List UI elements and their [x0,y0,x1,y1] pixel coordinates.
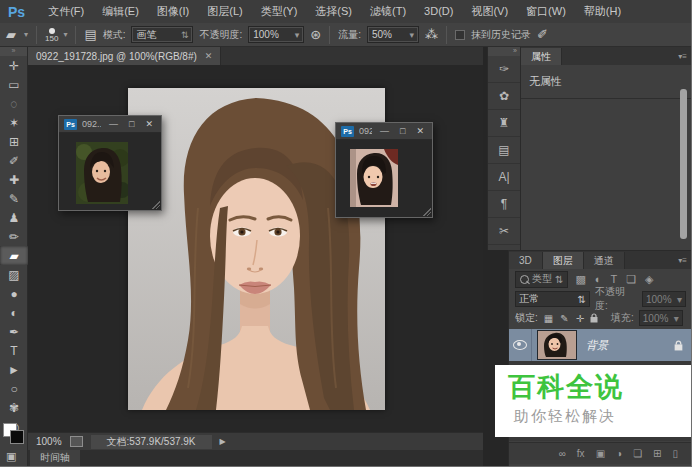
menu-edit[interactable]: 编辑(E) [93,0,148,23]
panel-menu-icon[interactable]: ▾≡ [673,52,692,61]
filter-pixel-layers-icon[interactable]: ▩ [573,273,587,286]
brush-presets-panel-button[interactable]: ✿ [488,83,520,110]
move-tool[interactable]: ✛ [0,56,28,75]
new-adjustment-layer-icon[interactable]: ◑ [616,448,622,459]
filter-type-layers-icon[interactable]: T [608,273,619,285]
blur-tool[interactable]: ● [0,284,28,303]
maximize-icon[interactable]: □ [126,120,137,129]
close-icon[interactable]: ✕ [413,127,427,136]
floating-window-2[interactable]: Ps 092_ — □ ✕ [335,122,433,218]
fill-dropdown[interactable]: 100% ▾ [639,310,683,326]
history-brush-tool[interactable]: ✏ [0,227,28,246]
layer-visibility-cell[interactable] [509,329,532,361]
layer-thumbnail[interactable] [537,330,577,360]
marquee-tool[interactable]: ▭ [0,75,28,94]
tab-3d[interactable]: 3D [509,252,543,269]
magic-wand-tool[interactable]: ✶ [0,113,28,132]
menu-filter[interactable]: 滤镜(T) [361,0,415,23]
lock-position-icon[interactable]: ✛ [575,313,585,324]
lock-pixels-icon[interactable]: ✎ [559,313,569,324]
resize-grip-icon[interactable] [152,201,160,209]
minimize-icon[interactable]: — [106,120,121,129]
eraser-tool[interactable]: ▰ [0,246,28,265]
dodge-tool[interactable]: ◐ [0,303,28,322]
tool-preset-dropdown-arrow-icon[interactable]: ▾ [24,30,28,39]
screen-mode-icon[interactable]: ▣ [6,450,16,463]
character-panel-button[interactable]: A| [488,164,520,191]
floating-window-2-titlebar[interactable]: Ps 092_ — □ ✕ [336,123,432,140]
properties-scrollbar[interactable] [680,89,687,239]
filter-smart-objects-icon[interactable]: ◈ [643,273,655,286]
close-document-icon[interactable]: ✕ [205,51,213,61]
panel-menu-icon[interactable]: ▾≡ [673,256,692,265]
mode-dropdown[interactable]: 画笔 ⇅ [131,26,193,43]
minimize-icon[interactable]: — [377,127,392,136]
tab-layers[interactable]: 图层 [543,252,584,269]
healing-brush-tool[interactable]: ✚ [0,170,28,189]
maximize-icon[interactable]: □ [397,127,408,136]
brush-settings-panel-button[interactable]: ✑ [488,56,520,83]
eyedropper-tool[interactable]: ✐ [0,151,28,170]
lock-all-icon[interactable] [590,313,598,323]
tablet-pressure-icon[interactable]: ⊛ [310,28,321,41]
zoom-level-value[interactable]: 100% [36,436,62,447]
tool-presets-panel-button[interactable]: ✂ [488,218,520,245]
floating-window-1-titlebar[interactable]: Ps 092... — □ ✕ [59,116,161,133]
layer-filter-dropdown[interactable]: 类型 ⇅ [515,271,568,288]
floating-window-2-canvas[interactable] [336,140,432,217]
paragraph-panel-button[interactable]: ¶ [488,191,520,218]
floating-window-1[interactable]: Ps 092... — □ ✕ [58,115,162,211]
flow-dropdown[interactable]: 50% ▾ [367,26,419,43]
new-group-icon[interactable]: ❏ [633,448,642,459]
menu-select[interactable]: 选择(S) [306,0,361,23]
toggle-brush-panel-icon[interactable]: ▤ [84,28,96,41]
dock-collapse-icon[interactable]: » [488,47,520,56]
lasso-tool[interactable]: ◌ [0,94,28,113]
gradient-tool[interactable]: ▨ [0,265,28,284]
link-layers-icon[interactable]: ∞ [559,448,566,459]
brush-preset-picker[interactable]: 150 ▾ [45,28,67,42]
tab-properties[interactable]: 属性 [521,48,562,65]
canvas-area[interactable]: Ps 092... — □ ✕ [28,65,483,432]
crop-tool[interactable]: ⊞ [0,132,28,151]
resize-grip-icon[interactable] [423,208,431,216]
layer-row-background[interactable]: 背景 [509,329,692,361]
brush-history-icon[interactable]: ✐ [537,28,548,41]
path-selection-tool[interactable]: ► [0,360,28,379]
layer-opacity-dropdown[interactable]: 100% ▾ [642,291,686,307]
filter-adjustment-layers-icon[interactable]: ◐ [593,273,604,285]
menu-layer[interactable]: 图层(L) [198,0,251,23]
opacity-dropdown[interactable]: 100% ▾ [248,26,304,43]
background-color-swatch[interactable] [10,430,24,444]
hand-tool[interactable]: ✾ [0,398,28,417]
airbrush-icon[interactable]: ⁂ [425,28,438,41]
clone-stamp-tool[interactable]: ♟ [0,208,28,227]
tools-panel-header[interactable]: » [0,47,27,56]
timeline-tab[interactable]: 时间轴 [30,450,80,466]
type-tool[interactable]: T [0,341,28,360]
shape-tool[interactable]: ○ [0,379,28,398]
brush-tool[interactable]: ✎ [0,189,28,208]
layer-style-icon[interactable]: fx [577,448,585,459]
new-layer-icon[interactable]: ⊞ [653,448,661,459]
menu-view[interactable]: 视图(V) [462,0,517,23]
layer-name[interactable]: 背景 [586,338,608,353]
erase-to-history-checkbox[interactable] [455,30,465,40]
menu-file[interactable]: 文件(F) [39,0,93,23]
menu-help[interactable]: 帮助(H) [575,0,630,23]
menu-image[interactable]: 图像(I) [148,0,198,23]
layer-comps-panel-button[interactable]: ▤ [488,137,520,164]
delete-layer-icon[interactable]: ▯ [672,448,678,459]
tab-channels[interactable]: 通道 [584,252,625,269]
add-layer-mask-icon[interactable]: ▣ [596,448,605,459]
close-icon[interactable]: ✕ [142,120,156,129]
lock-transparency-icon[interactable]: ▦ [543,313,554,324]
filter-shape-layers-icon[interactable]: ❏ [624,273,638,286]
menu-type[interactable]: 类型(Y) [252,0,307,23]
pen-tool[interactable]: ✒ [0,322,28,341]
status-menu-arrow-icon[interactable]: ▶ [220,437,226,446]
document-size-info[interactable]: 文档:537.9K/537.9K [91,435,212,449]
current-tool-eraser-icon[interactable]: ▰ [6,28,16,41]
menu-3d[interactable]: 3D(D) [415,0,462,23]
document-tab[interactable]: 0922_191728.jpg @ 100%(RGB/8#) ✕ [28,47,221,65]
